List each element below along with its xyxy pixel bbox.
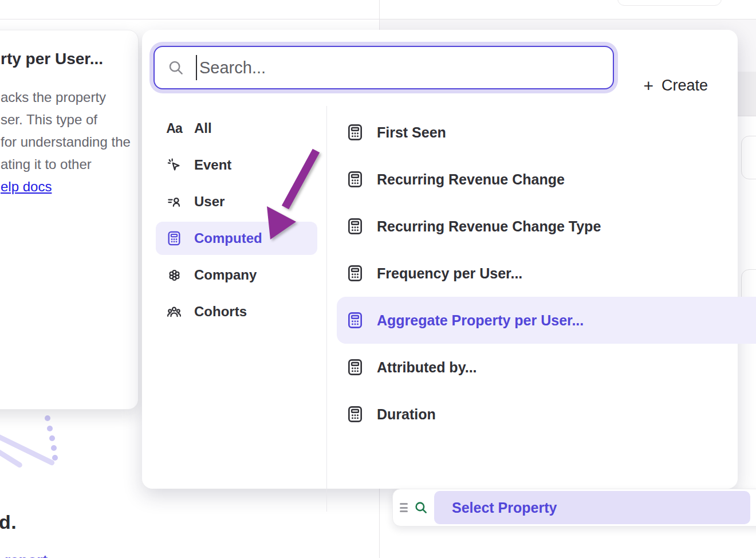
partial-heading-text: d. bbox=[0, 511, 17, 533]
partial-link-text[interactable]: report bbox=[5, 552, 48, 558]
sidebar-item-company[interactable]: Company bbox=[156, 258, 317, 292]
user-icon bbox=[166, 194, 182, 210]
property-item-label: Duration bbox=[377, 406, 756, 423]
calculator-icon bbox=[346, 311, 364, 329]
decorative-dot bbox=[49, 435, 55, 441]
property-selector-modal: + Create Aa All Event User bbox=[142, 30, 738, 489]
calculator-icon bbox=[346, 123, 364, 142]
background-topright-control bbox=[617, 0, 722, 6]
search-field[interactable] bbox=[153, 46, 614, 89]
sidebar-item-cohorts[interactable]: Cohorts bbox=[156, 295, 317, 328]
sidebar-item-label: Computed bbox=[194, 230, 262, 246]
sidebar-item-event[interactable]: Event bbox=[156, 148, 317, 182]
decorative-dot bbox=[45, 415, 50, 421]
create-button-label: Create bbox=[662, 77, 708, 95]
event-click-icon bbox=[166, 157, 182, 173]
sidebar-item-label: Cohorts bbox=[194, 304, 247, 320]
calculator-icon bbox=[346, 405, 364, 423]
sidebar-item-label: All bbox=[194, 120, 212, 136]
tooltip-line: ating it to other bbox=[1, 153, 135, 175]
calculator-icon bbox=[346, 264, 364, 282]
property-item-first-seen[interactable]: First Seen bbox=[337, 109, 756, 156]
property-item-label: Recurring Revenue Change bbox=[377, 171, 756, 188]
sidebar-item-label: Event bbox=[194, 157, 231, 173]
select-property-button[interactable]: Select Property bbox=[434, 491, 750, 524]
sidebar-item-user[interactable]: User bbox=[156, 185, 317, 218]
decorative-line bbox=[0, 449, 23, 469]
sidebar-item-computed[interactable]: Computed bbox=[156, 222, 317, 255]
property-item-label: Recurring Revenue Change Type bbox=[377, 218, 756, 235]
property-item-aggregate-property-per-user[interactable]: Aggregate Property per User... bbox=[337, 297, 756, 344]
text-caret bbox=[196, 55, 197, 80]
property-item-label: First Seen bbox=[377, 124, 756, 141]
green-search-icon bbox=[414, 500, 428, 515]
property-item-duration[interactable]: Duration bbox=[337, 391, 756, 438]
help-docs-link[interactable]: elp docs bbox=[1, 175, 52, 198]
decorative-dot bbox=[52, 455, 58, 461]
company-icon bbox=[166, 267, 182, 283]
decorative-dot bbox=[47, 426, 53, 431]
search-icon bbox=[167, 59, 184, 76]
search-input[interactable] bbox=[199, 58, 600, 77]
tooltip-line: ser. This type of bbox=[1, 108, 135, 131]
text-aa-icon: Aa bbox=[166, 120, 182, 136]
calculator-icon bbox=[166, 230, 182, 246]
property-item-attributed-by[interactable]: Attributed by... bbox=[337, 344, 756, 391]
sidebar-item-label: Company bbox=[194, 267, 257, 283]
tooltip-title: rty per User... bbox=[1, 50, 135, 68]
select-property-card: Select Property bbox=[392, 489, 756, 526]
calculator-icon bbox=[346, 217, 364, 235]
select-property-label: Select Property bbox=[452, 500, 557, 516]
property-help-tooltip: rty per User... acks the property ser. T… bbox=[0, 30, 139, 410]
decorative-dot bbox=[51, 445, 57, 451]
property-item-recurring-revenue-change-type[interactable]: Recurring Revenue Change Type bbox=[337, 203, 756, 250]
cohorts-icon bbox=[166, 304, 182, 320]
property-item-label: Attributed by... bbox=[377, 359, 756, 376]
property-item-label: Frequency per User... bbox=[377, 265, 756, 282]
drag-handle-icon[interactable] bbox=[400, 501, 409, 514]
partial-link-clip: report bbox=[5, 552, 56, 558]
calculator-icon bbox=[346, 170, 364, 188]
property-item-label: Aggregate Property per User... bbox=[377, 312, 756, 329]
property-item-recurring-revenue-change[interactable]: Recurring Revenue Change bbox=[337, 156, 756, 203]
tooltip-line: for understanding the bbox=[1, 131, 135, 153]
tooltip-body: acks the property ser. This type of for … bbox=[1, 86, 135, 198]
modal-column-divider bbox=[326, 106, 327, 512]
sidebar-item-label: User bbox=[194, 194, 225, 210]
tooltip-line: acks the property bbox=[1, 86, 135, 108]
property-item-frequency-per-user[interactable]: Frequency per User... bbox=[337, 250, 756, 297]
calculator-icon bbox=[346, 358, 364, 376]
create-button[interactable]: + Create bbox=[643, 77, 708, 95]
plus-icon: + bbox=[643, 77, 653, 95]
sidebar-item-all[interactable]: Aa All bbox=[156, 112, 317, 145]
